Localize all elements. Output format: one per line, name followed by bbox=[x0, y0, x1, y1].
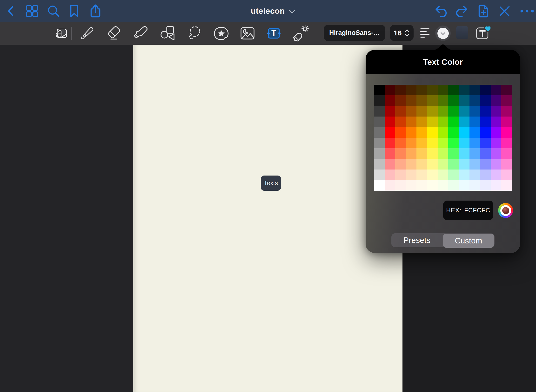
grid-swatch[interactable] bbox=[480, 138, 491, 148]
grid-swatch[interactable] bbox=[469, 95, 480, 106]
grid-swatch[interactable] bbox=[491, 106, 501, 117]
grid-swatch[interactable] bbox=[406, 106, 416, 117]
grid-swatch[interactable] bbox=[427, 106, 438, 117]
grid-swatch[interactable] bbox=[459, 106, 469, 117]
grid-swatch[interactable] bbox=[427, 148, 438, 159]
grid-swatch[interactable] bbox=[459, 148, 469, 159]
grid-swatch[interactable] bbox=[501, 159, 512, 170]
grid-swatch[interactable] bbox=[438, 138, 448, 148]
grid-swatch[interactable] bbox=[374, 95, 385, 106]
grid-swatch[interactable] bbox=[448, 127, 459, 138]
grid-swatch[interactable] bbox=[448, 85, 459, 95]
grid-swatch[interactable] bbox=[501, 170, 512, 180]
grid-swatch[interactable] bbox=[501, 180, 512, 191]
grid-swatch[interactable] bbox=[395, 117, 406, 127]
color-swatch-navy[interactable] bbox=[456, 26, 468, 39]
grid-swatch[interactable] bbox=[469, 159, 480, 170]
grid-swatch[interactable] bbox=[374, 106, 385, 117]
notebook-page[interactable]: Texts bbox=[133, 45, 402, 392]
grid-swatch[interactable] bbox=[501, 148, 512, 159]
grid-swatch[interactable] bbox=[416, 117, 427, 127]
grid-swatch[interactable] bbox=[480, 170, 491, 180]
grid-swatch[interactable] bbox=[438, 95, 448, 106]
grid-swatch[interactable] bbox=[427, 159, 438, 170]
grid-swatch[interactable] bbox=[469, 148, 480, 159]
grid-swatch[interactable] bbox=[480, 180, 491, 191]
grid-swatch[interactable] bbox=[427, 95, 438, 106]
tab-presets[interactable]: Presets bbox=[391, 233, 442, 247]
grid-swatch[interactable] bbox=[406, 127, 416, 138]
grid-swatch[interactable] bbox=[480, 117, 491, 127]
grid-swatch[interactable] bbox=[374, 170, 385, 180]
grid-swatch[interactable] bbox=[416, 85, 427, 95]
grid-swatch[interactable] bbox=[395, 170, 406, 180]
grid-swatch[interactable] bbox=[385, 170, 395, 180]
text-color-button[interactable] bbox=[435, 26, 451, 41]
grid-swatch[interactable] bbox=[395, 127, 406, 138]
handwriting-convert-button[interactable] bbox=[55, 22, 68, 45]
grid-swatch[interactable] bbox=[491, 85, 501, 95]
grid-swatch[interactable] bbox=[459, 95, 469, 106]
grid-swatch[interactable] bbox=[406, 95, 416, 106]
text-tool[interactable]: T bbox=[267, 28, 281, 39]
grid-swatch[interactable] bbox=[385, 148, 395, 159]
grid-swatch[interactable] bbox=[480, 106, 491, 117]
grid-swatch[interactable] bbox=[438, 180, 448, 191]
texts-chip[interactable]: Texts bbox=[261, 176, 281, 191]
grid-swatch[interactable] bbox=[469, 117, 480, 127]
grid-swatch[interactable] bbox=[480, 127, 491, 138]
grid-swatch[interactable] bbox=[491, 95, 501, 106]
grid-swatch[interactable] bbox=[491, 148, 501, 159]
grid-swatch[interactable] bbox=[438, 106, 448, 117]
grid-swatch[interactable] bbox=[385, 127, 395, 138]
grid-swatch[interactable] bbox=[438, 159, 448, 170]
grid-swatch[interactable] bbox=[416, 170, 427, 180]
grid-swatch[interactable] bbox=[438, 127, 448, 138]
grid-swatch[interactable] bbox=[395, 106, 406, 117]
grid-swatch[interactable] bbox=[395, 148, 406, 159]
font-family-button[interactable]: HiraginoSans-… bbox=[324, 25, 385, 41]
grid-swatch[interactable] bbox=[448, 159, 459, 170]
grid-swatch[interactable] bbox=[427, 180, 438, 191]
grid-swatch[interactable] bbox=[374, 148, 385, 159]
grid-swatch[interactable] bbox=[448, 95, 459, 106]
grid-swatch[interactable] bbox=[469, 106, 480, 117]
grid-swatch[interactable] bbox=[427, 117, 438, 127]
grid-swatch[interactable] bbox=[385, 95, 395, 106]
grid-swatch[interactable] bbox=[491, 159, 501, 170]
grid-swatch[interactable] bbox=[427, 85, 438, 95]
tab-custom[interactable]: Custom bbox=[443, 234, 494, 248]
grid-swatch[interactable] bbox=[427, 127, 438, 138]
text-align-button[interactable] bbox=[420, 28, 429, 39]
grid-swatch[interactable] bbox=[416, 127, 427, 138]
grid-swatch[interactable] bbox=[501, 138, 512, 148]
grid-swatch[interactable] bbox=[501, 85, 512, 95]
color-wheel-button[interactable] bbox=[498, 203, 513, 218]
highlighter-tool[interactable] bbox=[134, 22, 149, 45]
grid-swatch[interactable] bbox=[427, 138, 438, 148]
grid-swatch[interactable] bbox=[395, 180, 406, 191]
grid-swatch[interactable] bbox=[469, 138, 480, 148]
grid-swatch[interactable] bbox=[469, 85, 480, 95]
grid-swatch[interactable] bbox=[416, 138, 427, 148]
grid-swatch[interactable] bbox=[416, 95, 427, 106]
grid-swatch[interactable] bbox=[459, 85, 469, 95]
grid-swatch[interactable] bbox=[406, 159, 416, 170]
grid-swatch[interactable] bbox=[480, 148, 491, 159]
grid-swatch[interactable] bbox=[374, 85, 385, 95]
grid-swatch[interactable] bbox=[385, 85, 395, 95]
grid-swatch[interactable] bbox=[501, 127, 512, 138]
grid-swatch[interactable] bbox=[469, 170, 480, 180]
grid-swatch[interactable] bbox=[406, 117, 416, 127]
grid-swatch[interactable] bbox=[395, 85, 406, 95]
grid-swatch[interactable] bbox=[416, 159, 427, 170]
grid-swatch[interactable] bbox=[406, 180, 416, 191]
grid-swatch[interactable] bbox=[448, 170, 459, 180]
grid-swatch[interactable] bbox=[385, 138, 395, 148]
grid-swatch[interactable] bbox=[491, 117, 501, 127]
grid-swatch[interactable] bbox=[385, 159, 395, 170]
eraser-tool[interactable] bbox=[107, 22, 122, 45]
grid-swatch[interactable] bbox=[416, 106, 427, 117]
grid-swatch[interactable] bbox=[459, 117, 469, 127]
grid-swatch[interactable] bbox=[469, 180, 480, 191]
